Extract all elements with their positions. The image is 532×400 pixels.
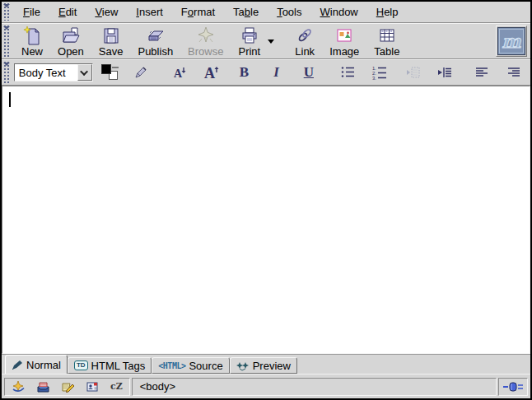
element-path-panel: <body> — [132, 378, 497, 396]
tab-html-tags-label: HTML Tags — [91, 360, 146, 372]
underline-button[interactable]: U — [292, 62, 324, 83]
main-toolbar-grippy[interactable] — [3, 26, 11, 57]
new-button-label: New — [21, 45, 43, 58]
tab-normal-label: Normal — [26, 359, 61, 371]
image-button[interactable]: Image — [322, 25, 366, 58]
tab-preview-label: Preview — [253, 360, 291, 372]
menu-table[interactable]: Table — [224, 3, 268, 21]
composer-window: File Edit View Insert Format Table Tools… — [0, 0, 532, 400]
text-color-picker[interactable] — [101, 64, 119, 81]
online-status-icon[interactable] — [502, 381, 524, 393]
menubar: File Edit View Insert Format Table Tools… — [2, 2, 530, 23]
menu-tools[interactable]: Tools — [268, 3, 310, 21]
table-button-label: Table — [374, 45, 399, 58]
format-toolbar-grippy[interactable] — [3, 62, 11, 83]
normal-tab-icon — [12, 360, 23, 370]
open-button-label: Open — [58, 45, 84, 58]
font-smaller-icon: A — [171, 64, 188, 81]
chevron-down-icon — [80, 67, 88, 76]
print-dropdown-arrow[interactable] — [268, 40, 274, 44]
publish-button[interactable]: Publish — [130, 25, 180, 58]
menubar-grippy[interactable] — [3, 3, 11, 21]
bullet-list-button[interactable] — [331, 62, 363, 83]
table-icon — [377, 26, 397, 45]
font-larger-button[interactable]: A — [195, 62, 227, 83]
link-button-label: Link — [295, 45, 315, 58]
menu-insert[interactable]: Insert — [127, 3, 172, 21]
swatch-divider — [112, 67, 119, 68]
publish-icon — [146, 26, 166, 45]
paragraph-format-select[interactable]: Body Text — [14, 63, 93, 81]
print-button[interactable]: Print — [231, 25, 268, 58]
tab-html-tags[interactable]: TD HTML Tags — [68, 357, 152, 374]
highlight-icon — [133, 65, 148, 80]
source-tab-icon: <HTML> — [158, 361, 185, 370]
preview-tab-icon — [236, 360, 250, 371]
addressbook-icon[interactable] — [86, 380, 100, 393]
edit-mode-tabbar: Normal TD HTML Tags <HTML> Source Previe… — [2, 354, 530, 374]
table-button[interactable]: Table — [366, 25, 407, 58]
online-status-panel — [498, 378, 528, 396]
publish-button-label: Publish — [138, 45, 173, 58]
tab-normal[interactable]: Normal — [5, 355, 68, 374]
bold-icon: B — [240, 64, 249, 81]
font-larger-icon: A — [203, 63, 221, 81]
svg-text:A: A — [174, 67, 183, 80]
mail-icon[interactable] — [36, 380, 50, 393]
menu-help[interactable]: Help — [367, 3, 408, 21]
bold-button[interactable]: B — [228, 62, 260, 83]
svg-text:m: m — [502, 30, 521, 52]
main-toolbar: New Open Save — [2, 23, 530, 59]
composer-icon[interactable] — [61, 380, 75, 393]
html-tags-tab-icon: TD — [74, 360, 88, 370]
element-path-text[interactable]: <body> — [140, 380, 175, 393]
image-button-label: Image — [329, 45, 359, 58]
outdent-icon — [404, 64, 421, 81]
indent-button[interactable] — [428, 62, 460, 83]
chatzilla-icon[interactable]: cZ — [110, 381, 123, 392]
print-button-label: Print — [238, 45, 260, 58]
highlight-color-button[interactable] — [131, 62, 152, 83]
image-icon — [334, 26, 354, 45]
browse-button[interactable]: Browse — [180, 25, 231, 58]
italic-icon: I — [273, 64, 279, 81]
format-toolbar: Body Text A — [2, 59, 530, 86]
menu-edit[interactable]: Edit — [49, 3, 86, 21]
numbered-list-button[interactable]: 1. 2. 3. — [364, 62, 396, 83]
browse-button-label: Browse — [188, 45, 223, 58]
svg-text:A: A — [204, 65, 215, 81]
outdent-button[interactable] — [396, 62, 428, 83]
throbber-icon: m — [497, 27, 525, 55]
tab-source-label: Source — [189, 360, 222, 372]
menu-window[interactable]: Window — [311, 3, 367, 21]
component-bar: cZ — [4, 378, 130, 396]
save-button[interactable]: Save — [91, 25, 131, 58]
menu-file[interactable]: File — [14, 3, 49, 21]
menu-view[interactable]: View — [86, 3, 127, 21]
statusbar: cZ <body> — [2, 374, 530, 398]
save-icon — [101, 26, 121, 45]
open-button[interactable]: Open — [50, 25, 91, 58]
align-left-button[interactable] — [466, 62, 498, 83]
tab-source[interactable]: <HTML> Source — [152, 357, 229, 374]
new-button[interactable]: New — [14, 25, 50, 58]
italic-button[interactable]: I — [260, 62, 292, 83]
link-icon — [295, 26, 315, 45]
browse-icon — [196, 26, 216, 45]
text-caret — [9, 92, 11, 107]
open-folder-icon — [61, 26, 81, 45]
throbber-button[interactable]: m — [496, 26, 527, 57]
paragraph-format-dropdown-button[interactable] — [77, 64, 92, 81]
tab-preview[interactable]: Preview — [230, 357, 297, 374]
foreground-color-swatch[interactable] — [101, 64, 111, 74]
navigator-icon[interactable] — [12, 380, 26, 393]
menu-format[interactable]: Format — [172, 3, 224, 21]
numbered-list-icon: 1. 2. 3. — [371, 64, 388, 81]
indent-icon — [436, 64, 453, 81]
paragraph-format-value: Body Text — [15, 67, 77, 79]
svg-text:3.: 3. — [372, 76, 376, 81]
align-right-button[interactable] — [498, 62, 530, 83]
font-smaller-button[interactable]: A — [163, 62, 195, 83]
link-button[interactable]: Link — [287, 25, 322, 58]
editor-canvas[interactable] — [2, 86, 530, 354]
